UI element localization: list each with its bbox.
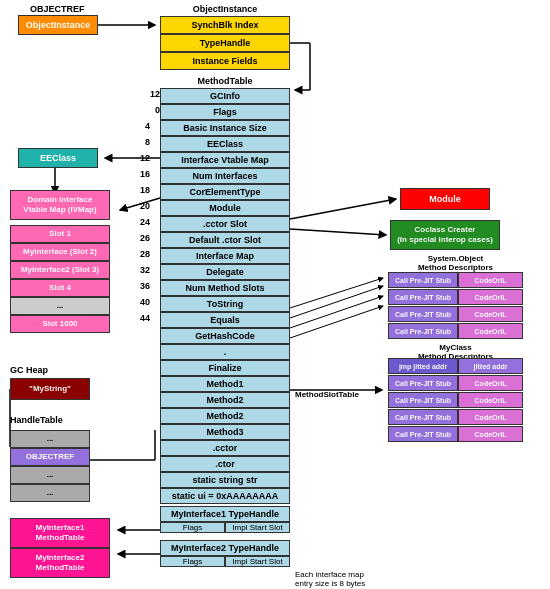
myclass-stub-1: Call Pre-JIT Stub bbox=[388, 375, 458, 391]
mt-vtable-map: Interface Vtable Map bbox=[160, 152, 290, 168]
slot3-box: MyInterface2 (Slot 3) bbox=[10, 261, 110, 279]
slot4-box: Slot 4 bbox=[10, 279, 110, 297]
mt-offset-14: 44 bbox=[130, 313, 150, 323]
myclass-row-4: Call Pre-JIT Stub CodeOrIL bbox=[388, 426, 523, 442]
svg-line-9 bbox=[290, 229, 386, 235]
mt-split-row-2: Flags Impl Start Slot bbox=[160, 556, 290, 567]
sysobj-row-1: Call Pre-JIT Stub CodeOrIL bbox=[388, 289, 523, 305]
mt-flags-2: Flags bbox=[160, 556, 225, 567]
mt-offset-1: 0 bbox=[140, 105, 160, 115]
vtable-map-box: Domain InterfaceVtable Map (IVMap) bbox=[10, 190, 110, 220]
sysobj-header: System.ObjectMethod Descriptors bbox=[388, 254, 523, 272]
sysobj-code-1: CodeOrIL bbox=[458, 289, 523, 305]
objectref-label: OBJECTREF bbox=[30, 4, 85, 14]
method-slot-table-label: MethodSlotTable bbox=[295, 390, 359, 399]
object-instance-box: ObjectInstance bbox=[18, 15, 98, 35]
sysobj-stub-1: Call Pre-JIT Stub bbox=[388, 289, 458, 305]
mt-offset-10: 28 bbox=[130, 249, 150, 259]
mt-tostring: ToString bbox=[160, 296, 290, 312]
svg-line-22 bbox=[290, 306, 383, 338]
sysobj-stub-0: Call Pre-JIT Stub bbox=[388, 272, 458, 288]
mt-impl-slot-1: Impl Start Slot bbox=[225, 522, 290, 533]
slot2-box: MyInterface (Slot 2) bbox=[10, 243, 110, 261]
instance-fields-box: Instance Fields bbox=[160, 52, 290, 70]
mt-offset-11: 32 bbox=[130, 265, 150, 275]
synchblk-box: SynchBlk Index bbox=[160, 16, 290, 34]
sysobj-code-0: CodeOrIL bbox=[458, 272, 523, 288]
ht-dots3: ... bbox=[10, 484, 90, 502]
module-box: Module bbox=[400, 188, 490, 210]
sysobj-code-2: CodeOrIL bbox=[458, 306, 523, 322]
myclass-stub-4: Call Pre-JIT Stub bbox=[388, 426, 458, 442]
myclass-jaddr-0: jitted addr bbox=[458, 358, 523, 374]
diagram: OBJECTREF ObjectInstance ObjectInstance … bbox=[0, 0, 550, 589]
mt-flags: Flags bbox=[160, 104, 290, 120]
slot1000-box: Slot 1000 bbox=[10, 315, 110, 333]
myclass-row-1: Call Pre-JIT Stub CodeOrIL bbox=[388, 375, 523, 391]
mt-static-ui: static ui = 0xAAAAAAAA bbox=[160, 488, 290, 504]
mt-delegate: Delegate bbox=[160, 264, 290, 280]
mt-ctor: .ctor bbox=[160, 456, 290, 472]
mt-eeclass: EEClass bbox=[160, 136, 290, 152]
sysobj-stub-3: Call Pre-JIT Stub bbox=[388, 323, 458, 339]
ht-objectref: OBJECTREF bbox=[10, 448, 90, 466]
slot1-box: Slot 1 bbox=[10, 225, 110, 243]
handletable-label: HandleTable bbox=[10, 415, 63, 425]
mt-method3: Method3 bbox=[160, 424, 290, 440]
mt-default-ctor: Default .ctor Slot bbox=[160, 232, 290, 248]
ht-dots1: ... bbox=[10, 430, 90, 448]
svg-line-21 bbox=[290, 296, 383, 328]
mt-offset-12: 36 bbox=[130, 281, 150, 291]
mt-offset-5: 16 bbox=[130, 169, 150, 179]
myclass-row-0: jmp jitted addr jitted addr bbox=[388, 358, 523, 374]
myinterface2-methodtable-box: MyInterface2MethodTable bbox=[10, 548, 110, 578]
mt-method2a: Method2 bbox=[160, 392, 290, 408]
mt-cctor-slot: .cctor Slot bbox=[160, 216, 290, 232]
myclass-code-3: CodeOrIL bbox=[458, 409, 523, 425]
entry-note: Each interface mapentry size is 8 bytes bbox=[295, 570, 365, 588]
myclass-row-3: Call Pre-JIT Stub CodeOrIL bbox=[388, 409, 523, 425]
mt-num-method-slots: Num Method Slots bbox=[160, 280, 290, 296]
myclass-stub-2: Call Pre-JIT Stub bbox=[388, 392, 458, 408]
mt-basic-instance: Basic Instance Size bbox=[160, 120, 290, 136]
gcheap-label: GC Heap bbox=[10, 365, 48, 375]
mt-gethashcode: GetHashCode bbox=[160, 328, 290, 344]
mt-offset-13: 40 bbox=[130, 297, 150, 307]
mt-offset-3: 8 bbox=[130, 137, 150, 147]
typehandle-box: TypeHandle bbox=[160, 34, 290, 52]
method-table-header: MethodTable bbox=[160, 76, 290, 86]
sysobj-row-3: Call Pre-JIT Stub CodeOrIL bbox=[388, 323, 523, 339]
mt-equals: Equals bbox=[160, 312, 290, 328]
coclass-box: Coclass Creater(In special interop cases… bbox=[390, 220, 500, 250]
mt-module: Module bbox=[160, 200, 290, 216]
myclass-code-1: CodeOrIL bbox=[458, 375, 523, 391]
slot-dots-box: ... bbox=[10, 297, 110, 315]
mt-cctor: .cctor bbox=[160, 440, 290, 456]
myclass-code-4: CodeOrIL bbox=[458, 426, 523, 442]
mt-dot: . bbox=[160, 344, 290, 360]
mt-impl-slot-2: Impl Start Slot bbox=[225, 556, 290, 567]
sysobj-row-0: Call Pre-JIT Stub CodeOrIL bbox=[388, 272, 523, 288]
mt-myinterface2-typehandle: MyInterface2 TypeHandle bbox=[160, 540, 290, 556]
svg-line-20 bbox=[290, 286, 383, 318]
gcheap-string-box: "MyString" bbox=[10, 378, 90, 400]
svg-line-8 bbox=[290, 199, 396, 219]
mt-myinterface1-typehandle: MyInterface1 TypeHandle bbox=[160, 506, 290, 522]
ht-dots2: ... bbox=[10, 466, 90, 484]
myinterface1-methodtable-box: MyInterface1MethodTable bbox=[10, 518, 110, 548]
mt-static-str: static string str bbox=[160, 472, 290, 488]
mt-num-interfaces: Num Interfaces bbox=[160, 168, 290, 184]
mt-finalize: Finalize bbox=[160, 360, 290, 376]
mt-offset-8: 24 bbox=[130, 217, 150, 227]
mt-flags-1: Flags bbox=[160, 522, 225, 533]
mt-offset-2: 4 bbox=[130, 121, 150, 131]
myclass-stub-3: Call Pre-JIT Stub bbox=[388, 409, 458, 425]
myclass-jmp-0: jmp jitted addr bbox=[388, 358, 458, 374]
mt-interface-map: Interface Map bbox=[160, 248, 290, 264]
mt-cor-element: CorElementType bbox=[160, 184, 290, 200]
sysobj-row-2: Call Pre-JIT Stub CodeOrIL bbox=[388, 306, 523, 322]
mt-offset-0: 12 bbox=[140, 89, 160, 99]
svg-line-19 bbox=[290, 278, 383, 308]
eeclass-box: EEClass bbox=[18, 148, 98, 168]
mt-method1: Method1 bbox=[160, 376, 290, 392]
